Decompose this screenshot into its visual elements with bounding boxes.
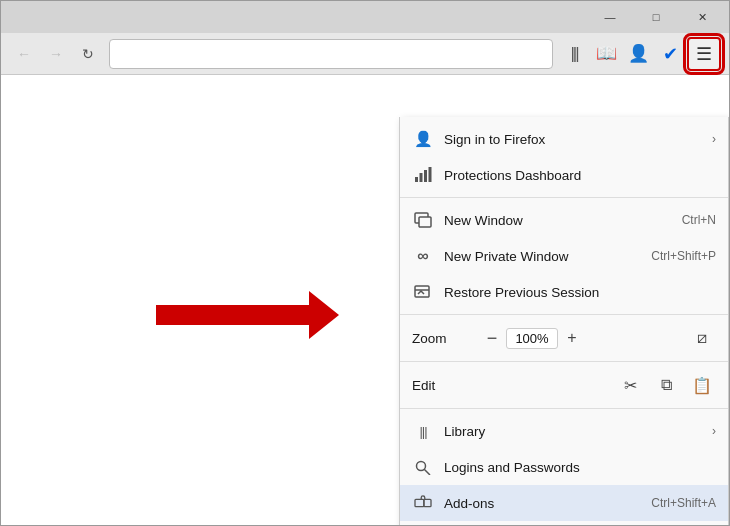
library-label: Library	[444, 424, 708, 439]
hamburger-icon: ☰	[696, 43, 712, 65]
menu-item-options[interactable]: ⚙ Options	[400, 521, 728, 525]
browser-toolbar: ← → ↻ ||| 📖 👤 ✔ ☰	[1, 33, 729, 75]
svg-point-8	[417, 462, 426, 471]
library-button[interactable]: |||	[559, 39, 589, 69]
arrow-body	[156, 305, 311, 325]
private-window-label: New Private Window	[444, 249, 643, 264]
zoom-expand-button[interactable]: ⧄	[688, 325, 716, 351]
zoom-value: 100%	[506, 328, 558, 349]
addons-icon	[412, 492, 434, 514]
svg-rect-1	[420, 173, 423, 182]
zoom-label: Zoom	[412, 331, 462, 346]
synced-tabs-button[interactable]: 📖	[591, 39, 621, 69]
browser-window: — □ ✕ ← → ↻ ||| 📖 👤 ✔ ☰	[0, 0, 730, 526]
svg-rect-3	[429, 167, 432, 182]
restore-session-label: Restore Previous Session	[444, 285, 716, 300]
zoom-plus-button[interactable]: +	[558, 325, 586, 351]
context-menu: 👤 Sign in to Firefox › Protection	[399, 117, 729, 525]
divider-2	[400, 314, 728, 315]
svg-rect-0	[415, 177, 418, 182]
new-window-label: New Window	[444, 213, 674, 228]
main-area: 👤 Sign in to Firefox › Protection	[1, 75, 729, 525]
edit-row: Edit ✂ ⧉ 📋	[400, 366, 728, 404]
firefox-icon: ✔	[663, 43, 678, 65]
protections-label: Protections Dashboard	[444, 168, 716, 183]
library-arrow: ›	[712, 424, 716, 438]
menu-item-protections[interactable]: Protections Dashboard	[400, 157, 728, 193]
signin-arrow: ›	[712, 132, 716, 146]
menu-item-addons[interactable]: Add-ons Ctrl+Shift+A	[400, 485, 728, 521]
restore-session-icon	[412, 281, 434, 303]
svg-rect-11	[424, 499, 431, 506]
edit-label: Edit	[412, 378, 462, 393]
copy-button[interactable]: ⧉	[652, 372, 680, 398]
cut-button[interactable]: ✂	[616, 372, 644, 398]
private-window-shortcut: Ctrl+Shift+P	[651, 249, 716, 263]
account-button[interactable]: 👤	[623, 39, 653, 69]
forward-button[interactable]: →	[41, 39, 71, 69]
addons-label: Add-ons	[444, 496, 643, 511]
toolbar-right-buttons: ||| 📖 👤 ✔ ☰	[559, 37, 721, 71]
menu-item-signin[interactable]: 👤 Sign in to Firefox ›	[400, 121, 728, 157]
hamburger-button[interactable]: ☰	[687, 37, 721, 71]
divider-4	[400, 408, 728, 409]
paste-button[interactable]: 📋	[688, 372, 716, 398]
red-arrow	[156, 305, 311, 325]
menu-item-restore-session[interactable]: Restore Previous Session	[400, 274, 728, 310]
menu-item-logins[interactable]: Logins and Passwords	[400, 449, 728, 485]
zoom-row[interactable]: Zoom − 100% + ⧄	[400, 319, 728, 357]
address-bar[interactable]	[109, 39, 553, 69]
firefox-button[interactable]: ✔	[655, 39, 685, 69]
zoom-minus-button[interactable]: −	[478, 325, 506, 351]
menu-item-private-window[interactable]: ∞ New Private Window Ctrl+Shift+P	[400, 238, 728, 274]
arrow-head	[309, 291, 339, 339]
library-menu-icon: |||	[412, 420, 434, 442]
logins-label: Logins and Passwords	[444, 460, 716, 475]
divider-3	[400, 361, 728, 362]
svg-line-9	[424, 469, 430, 475]
back-button[interactable]: ←	[9, 39, 39, 69]
private-window-icon: ∞	[412, 245, 434, 267]
new-window-icon	[412, 209, 434, 231]
title-bar: — □ ✕	[1, 1, 729, 33]
menu-item-new-window[interactable]: New Window Ctrl+N	[400, 202, 728, 238]
library-icon: |||	[570, 44, 577, 64]
addons-shortcut: Ctrl+Shift+A	[651, 496, 716, 510]
synced-tabs-icon: 📖	[596, 43, 617, 64]
svg-rect-2	[424, 170, 427, 182]
svg-rect-10	[415, 499, 424, 506]
logins-icon	[412, 456, 434, 478]
nav-buttons: ← → ↻	[9, 39, 103, 69]
maximize-button[interactable]: □	[633, 1, 679, 33]
page-content: 👤 Sign in to Firefox › Protection	[1, 75, 729, 525]
divider-1	[400, 197, 728, 198]
protections-icon	[412, 164, 434, 186]
new-window-shortcut: Ctrl+N	[682, 213, 716, 227]
reload-button[interactable]: ↻	[73, 39, 103, 69]
minimize-button[interactable]: —	[587, 1, 633, 33]
signin-label: Sign in to Firefox	[444, 132, 708, 147]
close-button[interactable]: ✕	[679, 1, 725, 33]
menu-item-library[interactable]: ||| Library ›	[400, 413, 728, 449]
account-icon: 👤	[628, 43, 649, 64]
signin-icon: 👤	[412, 128, 434, 150]
svg-rect-5	[419, 217, 431, 227]
